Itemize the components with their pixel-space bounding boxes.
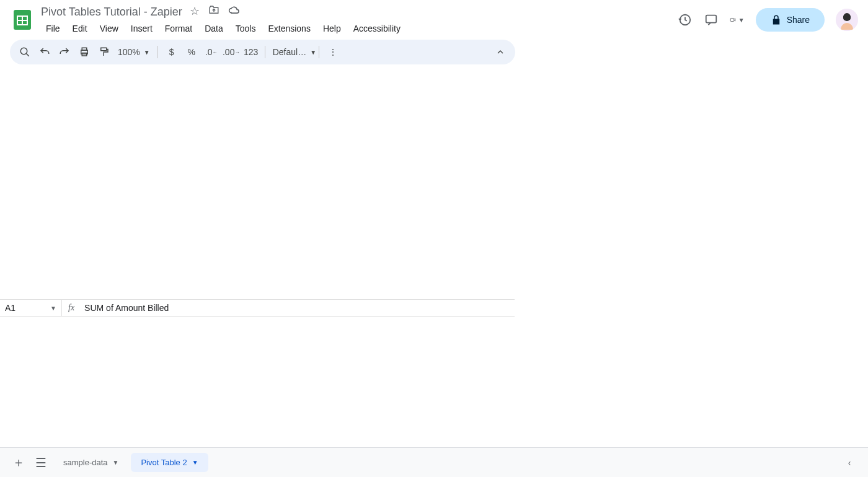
svg-rect-10	[82, 48, 87, 50]
explore-collapse-icon[interactable]: ‹	[838, 452, 861, 474]
comments-icon[interactable]	[704, 12, 719, 27]
svg-rect-5	[730, 18, 733, 21]
cloud-status-icon[interactable]	[228, 4, 241, 20]
svg-point-8	[20, 48, 27, 55]
name-box[interactable]: A1 ▼	[0, 300, 62, 316]
decrease-decimal-icon[interactable]: .0←	[203, 43, 220, 61]
move-icon[interactable]	[208, 4, 219, 20]
undo-icon[interactable]	[36, 43, 53, 61]
search-icon[interactable]	[16, 43, 33, 61]
print-icon[interactable]	[76, 43, 93, 61]
meet-icon[interactable]: ▼	[730, 12, 745, 27]
add-sheet-icon[interactable]: ＋	[7, 452, 30, 474]
collapse-toolbar-icon[interactable]	[492, 43, 509, 61]
more-icon[interactable]: ⋮	[324, 43, 342, 61]
redo-icon[interactable]	[56, 43, 73, 61]
svg-rect-4	[706, 15, 716, 23]
avatar[interactable]	[836, 9, 858, 31]
share-label: Share	[787, 15, 810, 25]
sheet-tabs-bar: ＋ ☰ sample-data▼ Pivot Table 2▼ ‹	[0, 447, 868, 477]
formula-input[interactable]: SUM of Amount Billed	[81, 303, 515, 313]
menu-file[interactable]: File	[41, 21, 65, 36]
zoom-select[interactable]: 100%▼	[115, 47, 153, 57]
increase-decimal-icon[interactable]: .00→	[223, 43, 240, 61]
menu-insert[interactable]: Insert	[126, 21, 157, 36]
tab-sample-data[interactable]: sample-data▼	[53, 453, 128, 472]
all-sheets-icon[interactable]: ☰	[30, 452, 52, 474]
fx-icon: fx	[62, 303, 81, 313]
menu-help[interactable]: Help	[318, 21, 346, 36]
paint-format-icon[interactable]	[95, 43, 113, 61]
history-icon[interactable]	[678, 12, 693, 27]
tab-pivot-table-2[interactable]: Pivot Table 2▼	[131, 453, 208, 472]
font-select[interactable]: Defaul…▼	[270, 47, 314, 57]
menu-format[interactable]: Format	[160, 21, 197, 36]
share-button[interactable]: Share	[756, 8, 825, 32]
number-format[interactable]: 123	[242, 43, 260, 61]
menu-accessibility[interactable]: Accessibility	[348, 21, 405, 36]
menu-edit[interactable]: Edit	[68, 21, 92, 36]
menu-data[interactable]: Data	[200, 21, 228, 36]
svg-rect-12	[101, 48, 107, 51]
document-title[interactable]: Pivot Tables Tutorial - Zapier	[41, 6, 182, 19]
menu-extensions[interactable]: Extensions	[263, 21, 315, 36]
menu-tools[interactable]: Tools	[231, 21, 261, 36]
menu-bar: File Edit View Insert Format Data Tools …	[41, 21, 678, 36]
star-icon[interactable]: ☆	[190, 4, 200, 20]
toolbar: 100%▼ $ % .0← .00→ 123 Defaul…▼ ⋮	[10, 40, 515, 64]
currency-icon[interactable]: $	[163, 43, 180, 61]
sheets-logo[interactable]	[10, 7, 35, 32]
menu-view[interactable]: View	[95, 21, 123, 36]
percent-icon[interactable]: %	[183, 43, 200, 61]
